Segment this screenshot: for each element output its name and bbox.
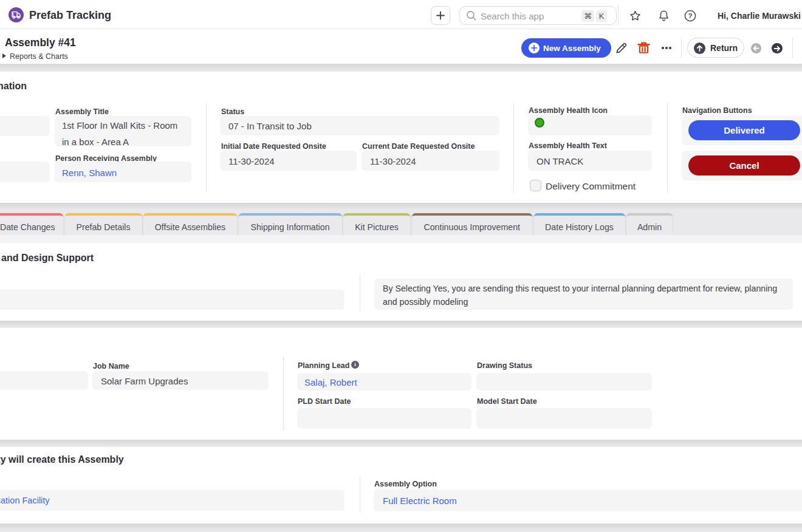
svg-text:?: ? (688, 12, 693, 19)
